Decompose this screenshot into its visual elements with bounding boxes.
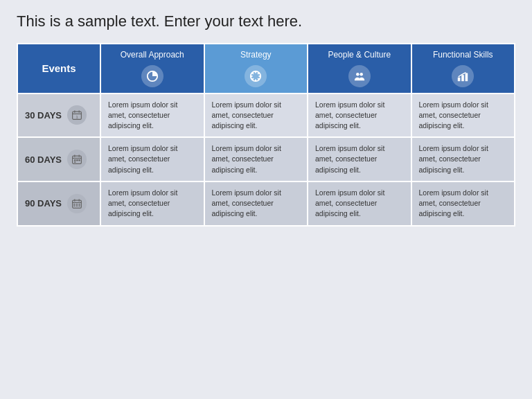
td-events-1: 30 DAYS 1	[17, 94, 100, 138]
days-label-2: 60 DAYS	[25, 154, 62, 165]
td-content-row3-col1: Lorem ipsum dolor sit amet, consectetuer…	[100, 181, 204, 226]
svg-rect-12	[458, 77, 461, 80]
svg-rect-14	[466, 73, 468, 81]
col-header-people: People & Culture	[308, 44, 411, 94]
overall-icon-wrap	[105, 65, 200, 87]
svg-rect-34	[78, 204, 80, 205]
svg-line-7	[258, 78, 259, 80]
svg-rect-32	[73, 204, 75, 205]
svg-rect-13	[461, 75, 464, 81]
functional-icon	[452, 65, 474, 87]
td-content-row2-col1: Lorem ipsum dolor sit amet, consectetuer…	[100, 137, 204, 181]
strategy-label: Strategy	[209, 50, 303, 61]
day-icon-2	[67, 150, 87, 169]
td-content-row1-col1: Lorem ipsum dolor sit amet, consectetuer…	[100, 94, 204, 138]
svg-point-10	[356, 73, 360, 76]
svg-point-11	[360, 73, 363, 76]
functional-icon-wrap	[416, 65, 511, 87]
overall-icon	[141, 65, 163, 87]
svg-rect-25	[76, 159, 78, 161]
td-content-row2-col2: Lorem ipsum dolor sit amet, consectetuer…	[204, 137, 308, 181]
td-events-3: 90 DAYS	[17, 181, 100, 226]
svg-rect-26	[78, 159, 80, 161]
people-icon-wrap	[312, 65, 407, 87]
td-content-row2-col4: Lorem ipsum dolor sit amet, consectetuer…	[411, 137, 515, 181]
td-events-2: 60 DAYS	[17, 137, 100, 181]
svg-rect-33	[76, 204, 78, 205]
events-inner-1: 30 DAYS 1	[25, 105, 93, 125]
events-inner-3: 90 DAYS	[25, 194, 93, 213]
col-header-events: Events	[17, 44, 100, 94]
td-content-row1-col4: Lorem ipsum dolor sit amet, consectetuer…	[411, 94, 515, 138]
svg-rect-36	[76, 205, 78, 206]
svg-rect-35	[73, 205, 75, 206]
people-icon	[348, 65, 371, 87]
days-label-1: 30 DAYS	[25, 110, 62, 121]
main-table-wrapper: Events Overall Approach	[17, 43, 515, 227]
td-content-row1-col2: Lorem ipsum dolor sit amet, consectetuer…	[204, 94, 308, 138]
events-label: Events	[42, 62, 76, 74]
svg-text:1: 1	[76, 115, 78, 119]
svg-rect-27	[74, 161, 76, 163]
svg-rect-24	[74, 159, 76, 161]
td-content-row3-col4: Lorem ipsum dolor sit amet, consectetuer…	[411, 181, 515, 226]
people-label: People & Culture	[312, 50, 407, 61]
day-icon-3	[67, 194, 87, 213]
col-header-functional: Functional Skills	[411, 44, 515, 94]
td-content-row1-col3: Lorem ipsum dolor sit amet, consectetuer…	[308, 94, 411, 138]
events-inner-2: 60 DAYS	[25, 150, 93, 169]
col-header-overall: Overall Approach	[100, 44, 204, 94]
col-header-strategy: Strategy	[204, 44, 308, 94]
overall-label: Overall Approach	[105, 50, 200, 61]
day-icon-1: 1	[67, 105, 87, 125]
main-table: Events Overall Approach	[17, 43, 515, 227]
svg-line-9	[252, 78, 254, 80]
functional-label: Functional Skills	[416, 50, 511, 61]
strategy-icon-wrap	[209, 65, 303, 87]
days-label-3: 90 DAYS	[25, 198, 62, 209]
svg-line-8	[258, 72, 259, 73]
page-title: This is a sample text. Enter your text h…	[17, 12, 302, 30]
svg-line-6	[252, 72, 254, 73]
td-content-row3-col3: Lorem ipsum dolor sit amet, consectetuer…	[308, 181, 411, 226]
td-content-row2-col3: Lorem ipsum dolor sit amet, consectetuer…	[308, 137, 411, 181]
svg-rect-37	[78, 205, 80, 206]
strategy-icon	[245, 65, 267, 87]
td-content-row3-col2: Lorem ipsum dolor sit amet, consectetuer…	[204, 181, 308, 226]
